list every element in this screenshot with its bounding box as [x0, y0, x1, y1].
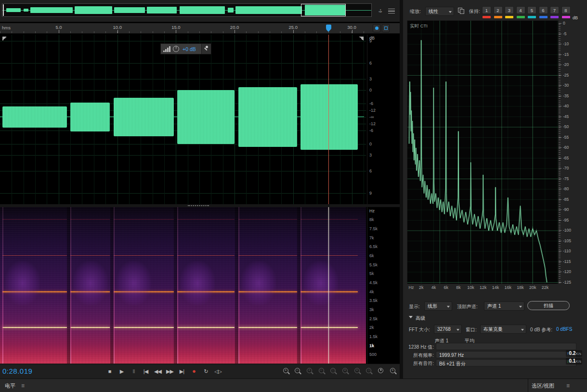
advanced-section-toggle[interactable]: 高级: [416, 315, 425, 322]
harmonic-line: [300, 327, 358, 328]
timeline-ruler[interactable]: hms 5.010.015.020.025.030.0: [0, 23, 400, 34]
window-label: 窗口:: [466, 327, 477, 333]
tab-selection-view[interactable]: 选区/视图: [532, 382, 554, 390]
display-select[interactable]: 线形: [424, 301, 452, 311]
editor-option-button-1[interactable]: [373, 24, 380, 32]
overview-waveform-segment: [228, 8, 234, 13]
harmonic-line: [238, 219, 297, 220]
selection-view-menu-icon[interactable]: ≡: [566, 382, 570, 389]
scan-button[interactable]: 扫描: [527, 301, 570, 310]
blue-dot-icon: [375, 26, 378, 30]
zoom-in-button[interactable]: +: [281, 367, 290, 376]
frequency-scale-label: 2k: [369, 325, 386, 330]
levels-menu-icon[interactable]: ≡: [21, 382, 25, 389]
chevron-down-icon[interactable]: [409, 316, 413, 318]
hold-color-chip: [550, 16, 559, 18]
spectrogram-display[interactable]: Hz 8k7.5k7k6.5k6k5.5k5k4.5k4k3.5k3k2.5k2…: [0, 207, 400, 364]
tab-levels[interactable]: 电平: [5, 382, 15, 390]
pause-button[interactable]: Ⅱ: [128, 367, 139, 376]
spectral-texture: [303, 261, 338, 305]
skip-to-start-button[interactable]: |◀: [140, 367, 151, 376]
loop-playback-button[interactable]: ↻: [200, 367, 211, 376]
grid-line: [0, 171, 366, 171]
corner-grip-icon[interactable]: [2, 37, 7, 41]
overview-waveform-segment: [114, 7, 145, 13]
gain-hud[interactable]: +0 dB: [160, 43, 211, 54]
hold-button-4[interactable]: 4: [516, 6, 525, 14]
corner-grip-icon[interactable]: [359, 37, 364, 41]
data-rate-indicator: ↑0.2K/s: [566, 350, 582, 357]
hold-button-7[interactable]: 7: [550, 6, 559, 14]
hold-color-chip: [517, 16, 525, 18]
hold-button-8[interactable]: 8: [561, 6, 571, 14]
magnify-button[interactable]: +: [388, 367, 397, 376]
magnifier-icon: −: [295, 368, 300, 373]
playhead-handle[interactable]: [326, 25, 331, 29]
transport-bar: 0:28.019 ■▶Ⅱ|◀◀◀▶▶▶|●↻◁▷ +−+−□«»○+: [0, 364, 400, 379]
waveform-segment: [2, 106, 67, 128]
db-tick-mark: [559, 117, 561, 117]
hold-button-1[interactable]: 1: [482, 6, 491, 14]
zoom-selection-in-point-button[interactable]: «: [340, 367, 350, 376]
hud-gain-value[interactable]: +0 dB: [183, 46, 196, 52]
spectrum-line: [409, 40, 547, 282]
db-tick-mark: [559, 220, 561, 221]
stop-button[interactable]: ■: [104, 367, 115, 376]
panel-divider[interactable]: [400, 0, 403, 379]
db-tick-mark: [559, 282, 561, 283]
db-tick-label: -10: [563, 42, 577, 46]
ruler-tick-mark: [352, 30, 352, 33]
zoom-selection-out-point-button[interactable]: »: [352, 367, 362, 376]
zoom-mode-select[interactable]: 线性: [425, 7, 454, 16]
play-button[interactable]: ▶: [116, 367, 127, 376]
fft-size-select[interactable]: 32768: [434, 325, 462, 334]
spectral-texture: [73, 261, 108, 305]
fft-size-label: FFT 大小:: [409, 327, 430, 333]
time-display[interactable]: 0:28.019: [2, 367, 32, 375]
skip-selection-button[interactable]: ◁▷: [212, 367, 223, 376]
view-range-indicator[interactable]: [301, 4, 346, 16]
zoom-out-amplitude-button[interactable]: −: [316, 367, 326, 376]
hold-button-5[interactable]: 5: [527, 6, 536, 14]
harmonic-line: [70, 219, 110, 220]
status-divider: [528, 379, 528, 392]
time-format-label: hms: [2, 25, 11, 30]
overview-waveform[interactable]: [2, 3, 372, 17]
db-reference-value[interactable]: 0 dBFS: [556, 327, 572, 332]
harmonic-line: [2, 327, 67, 328]
rewind-button[interactable]: ◀◀: [152, 367, 163, 376]
pan-tool-icon[interactable]: ↔↕: [377, 7, 384, 14]
hold-button-6[interactable]: 6: [539, 6, 548, 14]
db-tick-label: -55: [563, 135, 577, 139]
hold-button-2[interactable]: 2: [494, 6, 503, 14]
amplitude-scale-label: 6: [369, 169, 384, 173]
frequency-scale-label: 5.5k: [369, 262, 386, 267]
db-tick-label: -100: [563, 228, 577, 232]
editor-option-button-2[interactable]: [382, 24, 390, 32]
timer-button[interactable]: [376, 367, 386, 376]
grid-line: [0, 193, 366, 194]
fast-forward-button[interactable]: ▶▶: [164, 367, 175, 376]
zoom-to-selection-button[interactable]: □: [328, 367, 338, 376]
waveform-display[interactable]: +0 dB dB 9630-6-12-∞-12-60369: [0, 35, 400, 204]
gain-knob-icon[interactable]: [173, 46, 179, 52]
ruler-tick-mark: [117, 30, 118, 33]
hold-button-3[interactable]: 3: [505, 6, 514, 14]
pin-icon[interactable]: [201, 44, 211, 54]
db-tick-label: -15: [563, 52, 577, 56]
zoom-full-button[interactable]: ○: [364, 367, 374, 376]
harmonic-line: [114, 255, 174, 256]
window-select[interactable]: 布莱克曼: [480, 325, 526, 334]
frequency-scale-label: 1k: [369, 343, 386, 348]
measurement-field: B6 +21 音分: [436, 359, 576, 366]
panel-menu-icon[interactable]: [388, 8, 395, 13]
top-channel-select[interactable]: 声道 1: [484, 301, 524, 311]
skip-to-end-button[interactable]: ▶|: [176, 367, 187, 376]
copy-icon[interactable]: [457, 7, 466, 15]
db-tick-label: -25: [563, 73, 577, 77]
zoom-in-amplitude-button[interactable]: +: [304, 367, 314, 376]
zoom-out-button[interactable]: −: [293, 367, 302, 376]
measurement-field: [436, 343, 576, 350]
record-button[interactable]: ●: [188, 367, 199, 376]
rate-unit: K/s: [575, 359, 581, 364]
